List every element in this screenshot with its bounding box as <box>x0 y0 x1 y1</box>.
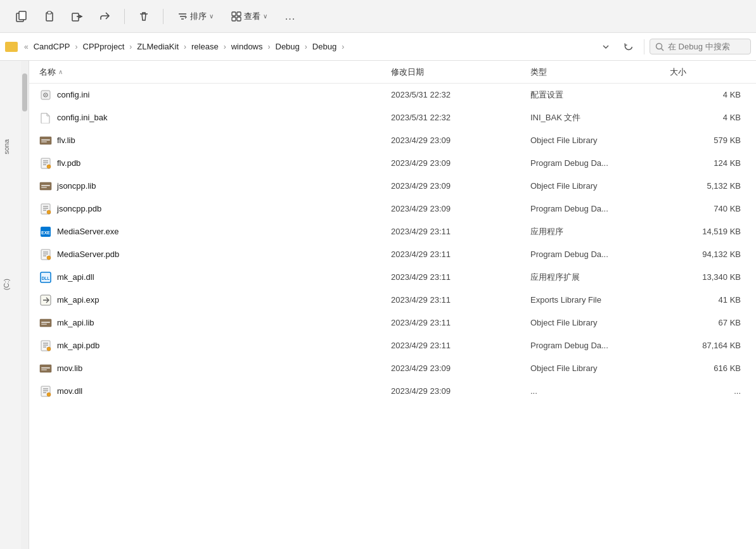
delete-button[interactable] <box>132 5 155 28</box>
more-button[interactable]: ... <box>279 5 302 28</box>
sort-button[interactable]: 排序 ∨ <box>171 7 220 26</box>
view-icon <box>231 11 241 22</box>
file-name: jsoncpp.lib <box>57 181 96 191</box>
file-size: 4 KB <box>670 90 746 99</box>
lib-icon-svg <box>39 180 52 192</box>
refresh-button[interactable] <box>618 37 639 57</box>
breadcrumb-debug-1[interactable]: Debug <box>273 41 302 53</box>
col-modified-label: 修改日期 <box>391 66 424 78</box>
breadcrumb-zlmediakit[interactable]: ZLMediaKit <box>134 41 181 53</box>
svg-point-48 <box>47 347 51 351</box>
breadcrumb-windows[interactable]: windows <box>229 41 266 53</box>
copy-to-button[interactable] <box>10 5 33 28</box>
table-row[interactable]: mk_api.exp 2023/4/29 23:11 Exports Libra… <box>29 289 756 312</box>
col-header-type[interactable]: 类型 <box>530 64 670 80</box>
file-type: Program Debug Da... <box>530 249 670 259</box>
breadcrumb-prefix: « <box>24 42 29 51</box>
file-name: config.ini_bak <box>57 113 108 122</box>
sidebar: sona (C:) <box>0 61 29 549</box>
file-icon-exp <box>39 294 52 306</box>
svg-point-37 <box>47 256 51 260</box>
table-row[interactable]: EXE MediaServer.exe 2023/4/29 23:11 应用程序… <box>29 220 756 243</box>
file-type: Object File Library <box>530 181 670 191</box>
breadcrumb-release[interactable]: release <box>189 41 221 53</box>
move-button[interactable] <box>66 5 89 28</box>
file-size: 14,519 KB <box>670 227 746 236</box>
col-header-size[interactable]: 大小 <box>670 64 746 80</box>
svg-line-11 <box>662 48 664 51</box>
file-type: 应用程序扩展 <box>530 272 670 283</box>
file-name: mk_api.dll <box>57 272 94 282</box>
table-row[interactable]: mov.dll 2023/4/29 23:09 ... ... <box>29 380 756 403</box>
file-name: flv.pdb <box>57 158 80 168</box>
svg-rect-1 <box>19 11 26 20</box>
search-input[interactable] <box>668 42 731 51</box>
breadcrumb-sep-5: › <box>268 42 271 51</box>
share-button[interactable] <box>94 5 117 28</box>
file-name: mov.lib <box>57 363 82 373</box>
file-name-cell: jsoncpp.lib <box>39 180 391 192</box>
address-actions <box>596 37 639 57</box>
exe-icon-svg: EXE <box>40 226 51 237</box>
file-size: 124 KB <box>670 158 746 168</box>
search-box[interactable] <box>650 39 751 54</box>
dll-icon-svg: DLL <box>40 272 51 283</box>
dropdown-button[interactable] <box>596 37 616 57</box>
lib-icon-svg <box>39 135 52 146</box>
svg-point-56 <box>47 393 51 396</box>
col-name-label: 名称 <box>39 66 56 78</box>
file-name: mk_api.exp <box>57 295 99 305</box>
table-row[interactable]: mov.lib 2023/4/29 23:09 Object File Libr… <box>29 357 756 380</box>
sidebar-label-1: sona <box>0 137 13 157</box>
table-row[interactable]: flv.pdb 2023/4/29 23:09 Program Debug Da… <box>29 152 756 175</box>
toolbar: 排序 ∨ 查看 ∨ ... <box>0 0 756 33</box>
scrollbar-thumb[interactable] <box>22 73 27 111</box>
table-row[interactable]: jsoncpp.lib 2023/4/29 23:09 Object File … <box>29 175 756 198</box>
file-icon-pdb <box>39 339 52 352</box>
scrollbar-track[interactable] <box>21 61 29 549</box>
table-row[interactable]: config.ini_bak 2023/5/31 22:32 INI_BAK 文… <box>29 106 756 129</box>
breadcrumb-sep-1: › <box>75 42 78 51</box>
search-icon <box>655 42 664 51</box>
table-row[interactable]: flv.lib 2023/4/29 23:09 Object File Libr… <box>29 129 756 152</box>
file-name: mk_api.pdb <box>57 341 99 350</box>
table-row[interactable]: mk_api.pdb 2023/4/29 23:11 Program Debug… <box>29 334 756 357</box>
table-row[interactable]: DLL mk_api.dll 2023/4/29 23:11 应用程序扩展 13… <box>29 266 756 289</box>
col-header-modified[interactable]: 修改日期 <box>391 64 530 80</box>
file-icon-lib <box>39 134 52 147</box>
file-date: 2023/4/29 23:11 <box>391 272 530 282</box>
file-icon-pdb <box>39 203 52 215</box>
table-row[interactable]: config.ini 2023/5/31 22:32 配置设置 4 KB <box>29 84 756 106</box>
svg-rect-17 <box>41 141 47 142</box>
breadcrumb-debug-2[interactable]: Debug <box>310 41 339 53</box>
file-icon-exe: EXE <box>39 225 52 238</box>
col-type-label: 类型 <box>530 66 547 78</box>
file-name-cell: mov.lib <box>39 362 391 375</box>
col-header-name[interactable]: 名称 ∧ <box>39 64 391 80</box>
file-name: config.ini <box>57 90 89 99</box>
svg-rect-42 <box>41 322 50 323</box>
file-date: 2023/4/29 23:11 <box>391 295 530 305</box>
pdb-icon-svg <box>40 249 51 260</box>
table-row[interactable]: jsoncpp.pdb 2023/4/29 23:09 Program Debu… <box>29 198 756 220</box>
file-name-cell: mov.dll <box>39 385 391 398</box>
table-row[interactable]: mk_api.lib 2023/4/29 23:11 Object File L… <box>29 312 756 334</box>
svg-point-10 <box>657 43 662 49</box>
file-type: INI_BAK 文件 <box>530 112 670 123</box>
main-layout: sona (C:) 名称 ∧ 修改日期 类型 大小 <box>0 61 756 549</box>
breadcrumb-candcpp[interactable]: CandCPP <box>31 41 73 53</box>
table-row[interactable]: MediaServer.pdb 2023/4/29 23:11 Program … <box>29 243 756 266</box>
file-icon-lib <box>39 317 52 329</box>
svg-point-14 <box>45 94 46 96</box>
lib-icon-svg <box>39 317 52 329</box>
file-size: 4 KB <box>670 113 746 122</box>
sort-arrow-icon: ∧ <box>58 68 63 75</box>
paste-button[interactable] <box>38 5 61 28</box>
view-button[interactable]: 查看 ∨ <box>225 7 274 26</box>
pdb-icon-svg <box>40 158 51 169</box>
svg-rect-16 <box>41 139 50 141</box>
svg-rect-4 <box>72 13 79 21</box>
breadcrumb-cppproject[interactable]: CPPproject <box>80 41 127 53</box>
file-date: 2023/4/29 23:11 <box>391 318 530 327</box>
file-size: 740 KB <box>670 204 746 213</box>
